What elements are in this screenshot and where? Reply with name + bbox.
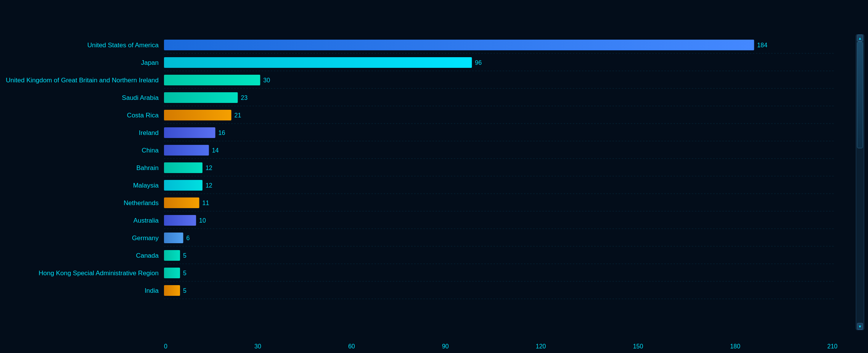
svg-text:Australia: Australia — [133, 217, 159, 224]
scrollbar-btn-top[interactable]: ▲ — [857, 35, 863, 42]
scrollbar-track: ▲ ▼ — [856, 34, 864, 330]
svg-rect-58 — [164, 285, 180, 296]
svg-text:India: India — [145, 287, 159, 294]
chart-area: United States of America184Japan96United… — [0, 36, 837, 314]
svg-text:Canada: Canada — [136, 252, 159, 259]
x-axis-label-4: 120 — [536, 343, 546, 350]
svg-text:12: 12 — [206, 182, 212, 189]
svg-text:184: 184 — [757, 42, 767, 48]
scrollbar-btn-bottom[interactable]: ▼ — [857, 323, 863, 330]
svg-rect-26 — [164, 145, 209, 156]
svg-rect-42 — [164, 215, 196, 226]
svg-text:11: 11 — [203, 200, 209, 206]
svg-text:30: 30 — [263, 77, 270, 83]
svg-text:23: 23 — [241, 95, 248, 101]
svg-text:Costa Rica: Costa Rica — [127, 112, 159, 119]
svg-rect-54 — [164, 268, 180, 278]
svg-text:Germany: Germany — [132, 234, 159, 242]
svg-rect-18 — [164, 110, 231, 120]
x-axis-label-0: 0 — [164, 343, 167, 350]
x-axis-label-5: 150 — [633, 343, 643, 350]
svg-text:Ireland: Ireland — [139, 129, 159, 136]
svg-rect-34 — [164, 180, 203, 191]
svg-text:5: 5 — [183, 270, 186, 276]
svg-text:United Kingdom of Great Britai: United Kingdom of Great Britain and Nort… — [6, 77, 159, 84]
svg-rect-2 — [164, 40, 754, 50]
x-axis: 0306090120150180210 — [164, 343, 837, 350]
svg-rect-50 — [164, 250, 180, 261]
svg-text:5: 5 — [183, 252, 186, 259]
svg-text:Hong Kong Special Administrati: Hong Kong Special Administrative Region — [39, 270, 159, 277]
x-axis-label-3: 90 — [442, 343, 449, 350]
svg-text:Malaysia: Malaysia — [133, 182, 159, 189]
x-axis-label-1: 30 — [254, 343, 261, 350]
svg-rect-10 — [164, 75, 260, 85]
svg-rect-38 — [164, 197, 199, 208]
svg-rect-30 — [164, 162, 203, 173]
svg-rect-6 — [164, 57, 472, 68]
svg-text:96: 96 — [475, 59, 482, 66]
svg-text:China: China — [142, 147, 159, 154]
svg-text:16: 16 — [219, 130, 225, 136]
svg-text:5: 5 — [183, 287, 186, 294]
svg-text:Netherlands: Netherlands — [124, 199, 159, 207]
x-axis-label-2: 60 — [348, 343, 355, 350]
x-axis-label-6: 180 — [730, 343, 740, 350]
svg-rect-46 — [164, 233, 183, 243]
svg-rect-14 — [164, 92, 238, 103]
svg-text:Japan: Japan — [141, 59, 159, 66]
svg-text:12: 12 — [206, 165, 212, 171]
svg-text:21: 21 — [235, 112, 241, 119]
svg-text:Bahrain: Bahrain — [136, 164, 159, 172]
svg-text:Saudi Arabia: Saudi Arabia — [122, 94, 159, 101]
svg-text:10: 10 — [199, 217, 206, 224]
svg-text:14: 14 — [212, 147, 219, 154]
svg-text:United States of America: United States of America — [87, 42, 159, 49]
svg-text:6: 6 — [186, 235, 190, 241]
scrollbar-thumb[interactable] — [857, 42, 863, 148]
x-axis-label-7: 210 — [827, 343, 837, 350]
svg-rect-22 — [164, 127, 215, 138]
